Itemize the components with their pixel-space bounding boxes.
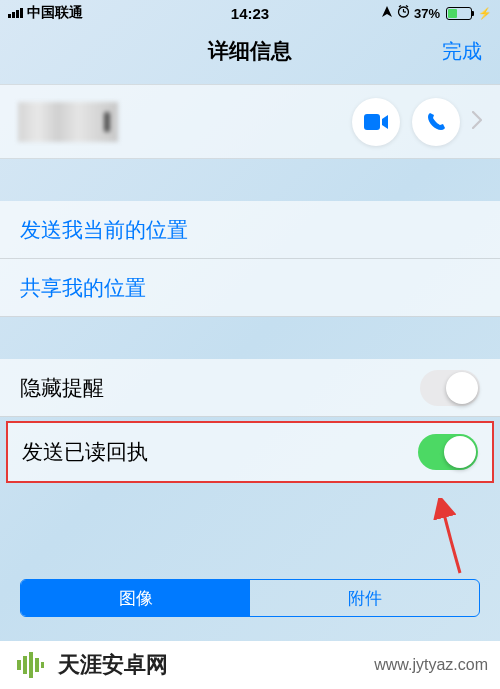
watermark-bar: 天涯安卓网 www.jytyaz.com: [0, 641, 500, 689]
phone-icon: [425, 111, 447, 133]
contact-row[interactable]: [0, 84, 500, 159]
contact-actions: [352, 98, 482, 146]
battery-percent: 37%: [414, 6, 440, 21]
arrow-annotation-icon: [430, 498, 470, 578]
navigation-icon: [381, 6, 393, 21]
status-time: 14:23: [231, 5, 269, 22]
audio-call-button[interactable]: [412, 98, 460, 146]
signal-icon: [8, 8, 23, 18]
svg-rect-8: [29, 652, 33, 678]
tab-attachments-label: 附件: [348, 587, 382, 610]
toggle-knob: [444, 436, 476, 468]
status-bar: 中国联通 14:23 37% ⚡: [0, 0, 500, 26]
watermark-url: www.jytyaz.com: [374, 656, 488, 674]
send-current-location-label: 发送我当前的位置: [20, 216, 188, 244]
status-left: 中国联通: [8, 4, 83, 22]
media-tabs: 图像 附件: [20, 579, 480, 617]
toggle-knob: [446, 372, 478, 404]
status-right: 37% ⚡: [381, 5, 492, 21]
svg-rect-6: [17, 660, 21, 670]
svg-rect-7: [23, 656, 27, 674]
battery-icon: [446, 7, 472, 20]
watermark-name: 天涯安卓网: [58, 650, 168, 680]
svg-rect-10: [41, 662, 44, 668]
hide-alerts-row: 隐藏提醒: [0, 359, 500, 417]
video-call-button[interactable]: [352, 98, 400, 146]
contact-avatar-blurred: [18, 102, 118, 142]
svg-line-4: [406, 6, 408, 8]
tab-images-label: 图像: [119, 587, 153, 610]
alarm-icon: [397, 5, 410, 21]
svg-line-3: [399, 6, 401, 8]
highlight-annotation: 发送已读回执: [6, 421, 494, 483]
watermark-logo-icon: [12, 647, 48, 683]
hide-alerts-label: 隐藏提醒: [20, 374, 104, 402]
nav-bar: 详细信息 完成: [0, 26, 500, 76]
send-current-location-row[interactable]: 发送我当前的位置: [0, 201, 500, 259]
share-location-label: 共享我的位置: [20, 274, 146, 302]
video-icon: [364, 114, 388, 130]
svg-rect-5: [364, 114, 380, 130]
done-button[interactable]: 完成: [442, 38, 482, 65]
charging-icon: ⚡: [478, 7, 492, 20]
read-receipts-label: 发送已读回执: [22, 438, 148, 466]
share-location-row[interactable]: 共享我的位置: [0, 259, 500, 317]
hide-alerts-toggle[interactable]: [420, 370, 480, 406]
svg-rect-9: [35, 658, 39, 672]
read-receipts-row: 发送已读回执: [8, 423, 492, 481]
tab-attachments[interactable]: 附件: [250, 580, 479, 616]
tab-images[interactable]: 图像: [21, 580, 250, 616]
carrier-label: 中国联通: [27, 4, 83, 22]
read-receipts-toggle[interactable]: [418, 434, 478, 470]
page-title: 详细信息: [208, 37, 292, 65]
chevron-right-icon: [472, 109, 482, 135]
